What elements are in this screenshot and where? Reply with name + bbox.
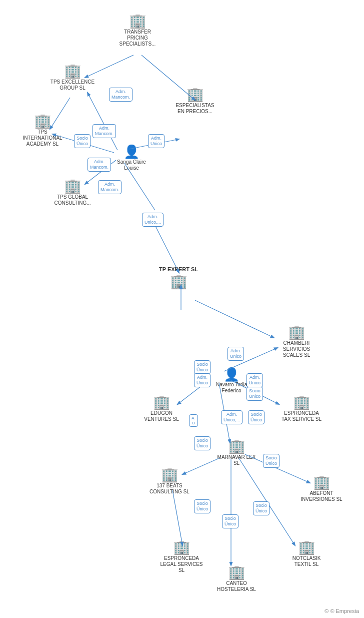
- building-icon-espronceda-tax: 🏢: [293, 395, 310, 409]
- node-especialistas: 🏢 ESPECIALISTAS EN PRECIOS...: [172, 88, 218, 115]
- building-icon-edugon: 🏢: [153, 395, 170, 409]
- label-marnavar: MARNAVAR LEX SL: [214, 454, 259, 466]
- badge-socio-unico-notclasik: SocioÚnico: [253, 501, 270, 515]
- node-transfer-pricing: 🏢 TRANSFER PRICING SPECIALISTS...: [115, 14, 160, 47]
- badge-socio-unico-nav1: SocioÚnico: [194, 360, 210, 374]
- label-beats-137: 137 BEATS CONSULTING SL: [147, 483, 192, 495]
- badge-adm-unico-1: Adm.Unico: [148, 134, 164, 148]
- node-canteo: 🏢 CANTEO HOSTELERIA SL: [214, 565, 259, 592]
- label-tps-global: TPS GLOBAL CONSULTING...: [50, 194, 95, 206]
- building-icon-beats: 🏢: [161, 468, 178, 482]
- label-especialistas: ESPECIALISTAS EN PRECIOS...: [172, 103, 218, 115]
- badge-socio-unico-marn: SocioÚnico: [248, 410, 264, 424]
- badge-adm-mancom-2: Adm.Mancom.: [92, 124, 116, 138]
- label-transfer-pricing: TRANSFER PRICING SPECIALISTS...: [115, 29, 160, 47]
- label-notclasik: NOTCLASIK TEXTIL SL: [284, 555, 329, 567]
- badge-adm-mancom-1: Adm.Mancom.: [109, 88, 132, 102]
- building-icon-canteo: 🏢: [228, 565, 246, 579]
- node-tps-excellence: 🏢 TPS EXCELLENCE GROUP SL: [50, 64, 95, 91]
- diagram-container: 🏢 TRANSFER PRICING SPECIALISTS... 🏢 TPS …: [0, 0, 364, 618]
- badge-adm-mancom-4: Adm.Mancom.: [98, 180, 122, 194]
- label-tps-excellence: TPS EXCELLENCE GROUP SL: [50, 79, 95, 91]
- svg-line-17: [172, 490, 182, 545]
- badge-socio-unico-abefont: SocioÚnico: [263, 454, 280, 468]
- badge-adm-unico-nav2: Adm.Unico: [246, 373, 263, 387]
- node-edugon: 🏢 EDUGON VENTURES SL: [139, 395, 184, 422]
- building-icon-chamberi: 🏢: [288, 325, 306, 339]
- badge-socio-unico-1: SocioÚnico: [74, 134, 90, 148]
- building-icon-tps-excellence: 🏢: [64, 64, 82, 78]
- node-chamberi: 🏢 CHAMBERI SERVICIOS SCALES SL: [274, 325, 319, 358]
- person-icon-sanga: 👤: [124, 145, 140, 158]
- label-abefont: ABEFONT INVERSIONES SL: [299, 490, 344, 502]
- building-icon-especialistas: 🏢: [186, 88, 204, 102]
- label-espronceda-tax: ESPRONCEDA TAX SERVICE SL: [279, 410, 324, 422]
- node-beats-137: 🏢 137 BEATS CONSULTING SL: [147, 468, 192, 495]
- label-tp-expert: TP EXPERT SL: [159, 266, 198, 273]
- building-icon-tps-global: 🏢: [64, 179, 82, 193]
- watermark: © © Empresia: [324, 608, 359, 614]
- node-sanga: 👤 Sanga Claire Louise: [109, 145, 154, 171]
- building-icon-tps-international: 🏢: [34, 114, 52, 128]
- node-espronceda-legal: 🏢 ESPRONCEDA LEGAL SERVICES SL: [159, 540, 204, 573]
- label-tps-international: TPS INTERNATIONAL ACADEMY SL: [20, 129, 65, 147]
- watermark-text: © Empresia: [330, 608, 359, 614]
- badge-adm-unico-nav: Adm.Unico: [194, 373, 210, 387]
- node-marnavar: 🏢 MARNAVAR LEX SL: [214, 439, 259, 466]
- badge-socio-unico-beats: SocioÚnico: [194, 436, 210, 450]
- label-canteo: CANTEO HOSTELERIA SL: [214, 580, 259, 592]
- label-espronceda-legal: ESPRONCEDA LEGAL SERVICES SL: [159, 555, 204, 573]
- label-sanga: Sanga Claire Louise: [109, 159, 154, 171]
- node-notclasik: 🏢 NOTCLASIK TEXTIL SL: [284, 540, 329, 567]
- node-tps-global: 🏢 TPS GLOBAL CONSULTING...: [50, 179, 95, 206]
- badge-adm-mancom-3: Adm.Mancom.: [88, 158, 111, 172]
- badge-socio-unico-canteo: SocioÚnico: [222, 514, 238, 528]
- building-icon-abefont: 🏢: [313, 475, 330, 489]
- node-espronceda-tax: 🏢 ESPRONCEDA TAX SERVICE SL: [279, 395, 324, 422]
- building-icon-transfer: 🏢: [129, 14, 146, 28]
- node-tps-international: 🏢 TPS INTERNATIONAL ACADEMY SL: [20, 114, 65, 147]
- badge-socio-unico-legal: SocioÚnico: [194, 499, 210, 513]
- person-icon-navarro: 👤: [224, 368, 240, 381]
- badge-au-edugon: A.U: [189, 414, 198, 427]
- building-icon-tp-expert: 🏢: [170, 275, 188, 289]
- badge-socio-unico-nav2: SocioÚnico: [246, 387, 263, 401]
- badge-adm-unico-chamberi: Adm.Unico: [228, 347, 244, 361]
- label-edugon: EDUGON VENTURES SL: [139, 410, 184, 422]
- badge-adm-unico-marn: Adm.Unico,...: [221, 410, 242, 424]
- svg-line-10: [195, 300, 274, 338]
- building-icon-espronceda-legal: 🏢: [173, 540, 190, 554]
- badge-adm-unico-sol: Adm.Unico,...: [142, 213, 164, 227]
- building-icon-marnavar: 🏢: [228, 439, 246, 453]
- label-chamberi: CHAMBERI SERVICIOS SCALES SL: [274, 340, 319, 358]
- node-tp-expert: TP EXPERT SL 🏢: [159, 265, 198, 289]
- building-icon-notclasik: 🏢: [298, 540, 316, 554]
- node-abefont: 🏢 ABEFONT INVERSIONES SL: [299, 475, 344, 502]
